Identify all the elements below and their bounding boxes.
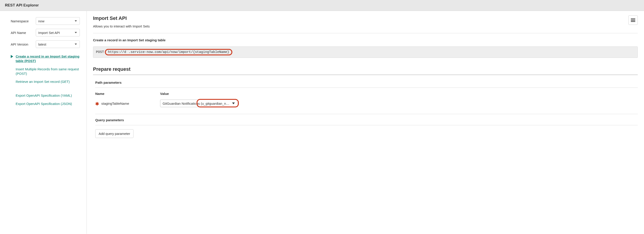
col-value-header: Value	[160, 92, 169, 96]
nav-item: Export OpenAPI Specification (JSON)	[11, 102, 80, 106]
http-method: POST	[96, 50, 104, 54]
operation-label: Create a record in an Import Set staging…	[93, 38, 638, 42]
sidebar: Namespace now API Name Import Set API AP…	[0, 11, 87, 234]
content-wrapper: Namespace now API Name Import Set API AP…	[0, 11, 644, 234]
prepare-title: Prepare request	[93, 66, 638, 72]
menu-button[interactable]	[628, 15, 638, 25]
header-bar: REST API Explorer	[0, 0, 644, 11]
col-name-header: Name	[95, 92, 160, 96]
namespace-label: Namespace	[11, 19, 36, 23]
add-query-param-button[interactable]: Add query parameter	[95, 129, 134, 138]
required-asterisk-icon: ✱	[95, 101, 99, 106]
params-divider	[95, 114, 638, 114]
api-version-label: API Version	[11, 42, 36, 46]
namespace-select[interactable]: now	[36, 17, 80, 25]
param-value-wrap: GitGuardian Notifications (u_gitguardian…	[160, 100, 238, 107]
param-name-cell: ✱ stagingTableName	[95, 101, 160, 106]
nav-link-retrieve-record[interactable]: Retrieve an Import Set record (GET)	[16, 79, 70, 84]
endpoint-box: POST https://d .service-now.com/api/now/…	[93, 46, 638, 58]
nav-item: Insert Multiple Records from same reques…	[11, 67, 80, 76]
url-highlight: https://d .service-now.com/api/now/impor…	[105, 49, 232, 55]
hamburger-icon	[631, 18, 635, 22]
params-header: Name Value	[95, 92, 638, 96]
params-divider	[95, 87, 638, 88]
param-name: stagingTableName	[101, 102, 129, 105]
api-title: Import Set API	[93, 15, 150, 21]
nav-list: Create a record in an Import Set staging…	[11, 54, 80, 106]
params-divider	[95, 125, 638, 125]
path-params-title: Path parameters	[95, 81, 638, 84]
params-row: ✱ stagingTableName GitGuardian Notificat…	[95, 100, 638, 107]
namespace-row: Namespace now	[11, 17, 80, 25]
play-icon	[11, 54, 16, 59]
api-version-select[interactable]: latest	[36, 40, 80, 48]
api-name-row: API Name Import Set API	[11, 29, 80, 36]
query-params-title: Query parameters	[95, 118, 638, 122]
nav-item-active: Create a record in an Import Set staging…	[11, 54, 80, 63]
nav-link-insert-multiple[interactable]: Insert Multiple Records from same reques…	[16, 67, 80, 76]
staging-table-select[interactable]: GitGuardian Notifications (u_gitguardian…	[160, 100, 238, 107]
nav-item: Retrieve an Import Set record (GET)	[11, 79, 80, 84]
section-divider	[93, 74, 638, 75]
main-top: Import Set API Allows you to interact wi…	[93, 15, 638, 33]
nav-spacer	[11, 87, 80, 93]
endpoint-url-suffix: .service-now.com/api/now/import/{staging…	[128, 50, 229, 54]
endpoint-url-prefix: https://d	[108, 50, 126, 54]
api-version-row: API Version latest	[11, 40, 80, 48]
nav-link-create-record[interactable]: Create a record in an Import Set staging…	[16, 54, 80, 63]
nav-link-export-yaml[interactable]: Export OpenAPI Specification (YAML)	[16, 93, 72, 98]
api-description: Allows you to interact with Import Sets	[93, 24, 150, 28]
api-name-label: API Name	[11, 31, 36, 35]
main-content: Import Set API Allows you to interact wi…	[87, 11, 644, 234]
nav-link-export-json[interactable]: Export OpenAPI Specification (JSON)	[16, 102, 72, 106]
path-params-block: Path parameters Name Value ✱ stagingTabl…	[93, 81, 638, 138]
api-name-select[interactable]: Import Set API	[36, 29, 80, 36]
nav-item: Export OpenAPI Specification (YAML)	[11, 93, 80, 98]
divider	[93, 33, 638, 33]
page-title: REST API Explorer	[5, 3, 639, 7]
